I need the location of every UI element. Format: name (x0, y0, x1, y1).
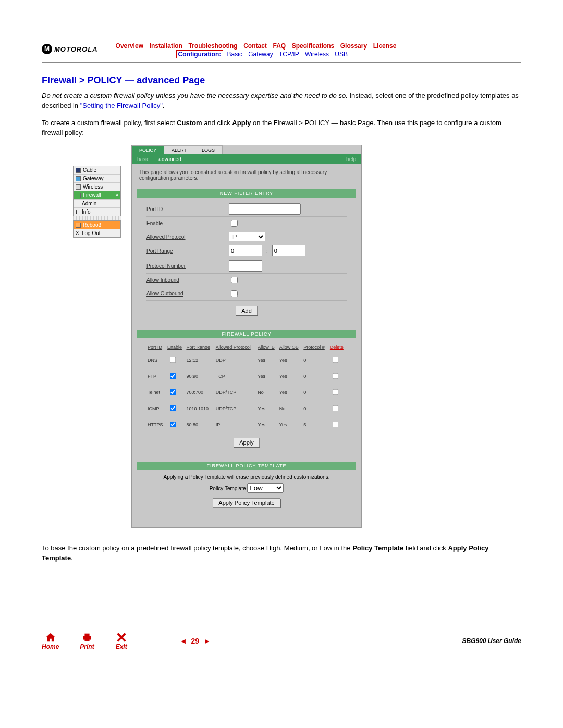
input-port-id[interactable] (229, 203, 301, 215)
checkbox-enable[interactable] (231, 220, 238, 227)
select-policy-template[interactable]: Low (247, 483, 284, 493)
section-bar-new-filter: NEW FILTER ENTRY (137, 189, 356, 198)
nav-specifications[interactable]: Specifications (292, 42, 334, 50)
table-row: FTP90:90TCPYesYes0 (146, 368, 347, 384)
row-enable-checkbox[interactable] (170, 389, 176, 396)
nav-contact[interactable]: Contact (243, 42, 267, 50)
table-row: Telnet700:700UDP/TCPNoYes0 (146, 384, 347, 400)
checkbox-allow-outbound[interactable] (231, 290, 238, 297)
label-allow-outbound: Allow Outbound (146, 291, 225, 297)
row-delete-checkbox[interactable] (333, 405, 339, 412)
row-delete-checkbox[interactable] (333, 422, 339, 428)
footer-home-button[interactable]: Home (42, 632, 59, 650)
print-icon (81, 632, 93, 643)
nav-license[interactable]: License (373, 42, 397, 50)
label-port-range: Port Range (146, 248, 225, 254)
input-protocol-number[interactable] (229, 260, 262, 272)
svg-rect-1 (84, 634, 89, 636)
tab-logs[interactable]: LOGS (194, 145, 223, 154)
sidebar-item-wireless[interactable]: Wireless (74, 183, 120, 191)
subtab-help[interactable]: help (346, 156, 356, 162)
top-nav-primary: Overview Installation Troubleshooting Co… (114, 42, 521, 50)
link-setting-firewall-policy[interactable]: "Setting the Firewall Policy" (80, 102, 163, 109)
sidebar-item-reboot[interactable]: Reboot! (74, 221, 120, 229)
close-icon (115, 632, 128, 643)
label-port-id: Port ID (146, 206, 225, 212)
tab-alert[interactable]: ALERT (164, 145, 194, 154)
row-enable-checkbox[interactable] (170, 405, 176, 412)
nav-overview[interactable]: Overview (116, 42, 143, 50)
nav-usb[interactable]: USB (335, 51, 348, 58)
subtab-basic[interactable]: basic (137, 156, 149, 162)
input-port-range-end[interactable] (272, 245, 305, 256)
input-port-range-start[interactable] (229, 245, 262, 256)
select-allowed-protocol[interactable]: IP (229, 232, 265, 241)
label-protocol-number: Protocol Number (146, 263, 225, 269)
nav-troubleshooting[interactable]: Troubleshooting (189, 42, 238, 50)
firewall-policy-panel: POLICY ALERT LOGS basic advanced help Th… (131, 145, 362, 528)
add-button[interactable]: Add (236, 306, 258, 315)
intro-paragraph-1: Do not create a custom firewall policy u… (42, 91, 521, 111)
nav-basic[interactable]: Basic (227, 51, 242, 58)
tab-policy[interactable]: POLICY (132, 145, 164, 154)
checkbox-allow-inbound[interactable] (231, 277, 238, 283)
label-policy-template: Policy Template (210, 486, 246, 491)
apply-policy-template-button[interactable]: Apply Policy Template (213, 498, 280, 508)
row-delete-checkbox[interactable] (333, 389, 339, 396)
th-protocol-num: Protocol # (302, 342, 329, 352)
row-enable-checkbox[interactable] (170, 373, 176, 379)
nav-installation[interactable]: Installation (150, 42, 182, 50)
home-icon (44, 632, 57, 643)
sidebar-item-gateway[interactable]: Gateway (74, 175, 120, 183)
th-port-range: Port Range (185, 342, 214, 352)
next-page-icon[interactable]: ► (203, 637, 211, 645)
row-enable-checkbox[interactable] (170, 422, 176, 428)
template-note: Applying a Policy Template will erase pr… (146, 474, 347, 480)
row-delete-checkbox[interactable] (333, 357, 339, 363)
apply-button[interactable]: Apply (234, 438, 260, 447)
table-row: HTTPS80:80IPYesYes5 (146, 416, 347, 433)
panel-description: This page allows you to construct a cust… (132, 164, 361, 189)
footer-print-button[interactable]: Print (80, 632, 94, 650)
nav-glossary[interactable]: Glossary (340, 42, 367, 50)
subtab-advanced[interactable]: advanced (158, 156, 181, 162)
row-enable-checkbox[interactable] (170, 357, 176, 363)
sidebar-item-firewall[interactable]: Firewall» (74, 191, 120, 200)
nav-wireless[interactable]: Wireless (305, 51, 329, 58)
nav-gateway[interactable]: Gateway (248, 51, 273, 58)
section-bar-policy-template: FIREWALL POLICY TEMPLATE (137, 462, 356, 470)
sidebar-item-admin[interactable]: Admin (74, 200, 120, 208)
nav-faq[interactable]: FAQ (273, 42, 286, 50)
th-allowed-protocol: Allowed Protocol (215, 342, 257, 352)
brand-logo: M MOTOROLA (42, 44, 98, 54)
prev-page-icon[interactable]: ◄ (180, 637, 187, 645)
label-allowed-protocol: Allowed Protocol (146, 234, 225, 240)
table-row: ICMP1010:1010UDP/TCPYesNo0 (146, 400, 347, 416)
row-delete-checkbox[interactable] (333, 373, 339, 379)
firewall-policy-table: Port ID Enable Port Range Allowed Protoc… (146, 342, 347, 433)
sidebar-item-logout[interactable]: XLog Out (74, 229, 120, 237)
th-delete: Delete (329, 342, 347, 352)
intro-paragraph-2: To create a custom firewall policy, firs… (42, 118, 521, 138)
label-allow-inbound: Allow Inbound (146, 277, 225, 283)
top-nav-secondary: Configuration: Basic Gateway TCP/IP Wire… (176, 51, 521, 58)
sidebar-item-cable[interactable]: Cable (74, 166, 120, 175)
page-title: Firewall > POLICY — advanced Page (42, 75, 521, 86)
config-sidebar: Cable Gateway Wireless Firewall» Admin i… (73, 166, 121, 528)
footer-exit-button[interactable]: Exit (115, 632, 128, 650)
th-enable: Enable (166, 342, 185, 352)
guide-title: SBG900 User Guide (462, 637, 521, 645)
page-number: 29 (191, 637, 200, 645)
svg-rect-2 (84, 639, 89, 641)
th-allow-ib: Allow IB (256, 342, 278, 352)
brand-text: MOTOROLA (54, 45, 98, 53)
table-row: DNS12:12UDPYesYes0 (146, 352, 347, 368)
nav-configuration[interactable]: Configuration: (176, 50, 224, 58)
sidebar-item-info[interactable]: iInfo (74, 208, 120, 216)
nav-tcpip[interactable]: TCP/IP (279, 51, 299, 58)
th-port-id: Port ID (146, 342, 166, 352)
label-enable: Enable (146, 220, 225, 226)
motorola-batwing-icon: M (42, 44, 52, 54)
th-allow-ob: Allow OB (278, 342, 303, 352)
section-bar-firewall-policy: FIREWALL POLICY (137, 330, 356, 338)
